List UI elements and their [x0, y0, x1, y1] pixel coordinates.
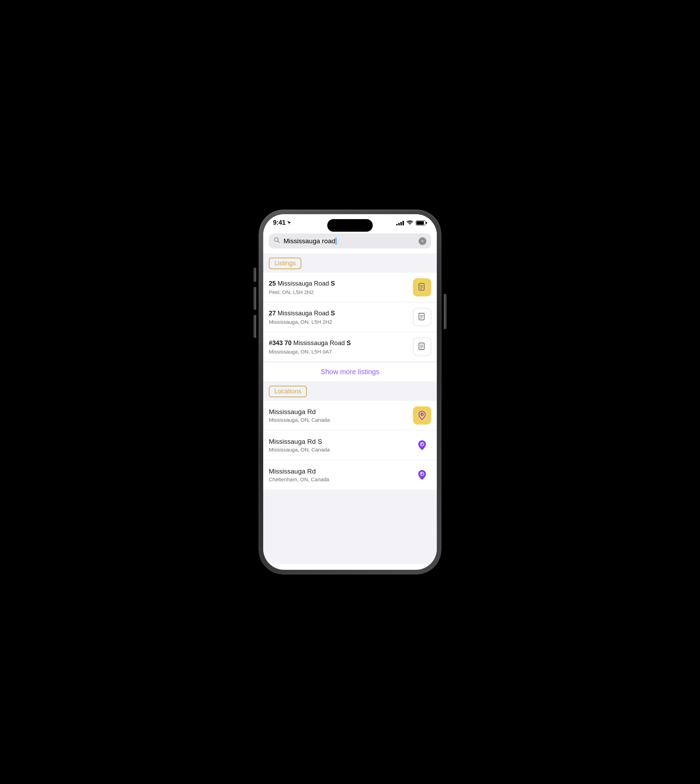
phone-frame: 9:41: [259, 210, 441, 574]
search-query-text: Mississauga road: [283, 237, 335, 245]
volume-down-button[interactable]: [253, 315, 256, 338]
location-item[interactable]: Mississauga Rd Cheltenham, ON, Canada: [263, 460, 437, 490]
document-icon: [418, 342, 427, 351]
listing-subtitle: Mississauga, ON, L5H 0A7: [269, 349, 409, 355]
listing-title: 25 Mississauga Road S: [269, 280, 409, 288]
cursor: [336, 238, 337, 245]
location-pin-icon-gold: [413, 406, 431, 425]
svg-point-19: [421, 473, 422, 474]
mute-button[interactable]: [253, 268, 256, 282]
listings-section: 25 Mississauga Road S Peel, ON, L5H 2H2: [263, 273, 437, 382]
listing-street: Mississauga Road: [276, 280, 331, 287]
location-item[interactable]: Mississauga Rd S Mississauga, ON, Canada: [263, 430, 437, 460]
listings-section-header: Listings: [263, 254, 437, 273]
show-more-text: Show more listings: [321, 368, 379, 375]
battery-icon: [416, 220, 427, 225]
listing-suffix: S: [331, 310, 335, 317]
dynamic-island: [327, 219, 373, 232]
location-pin-icon-purple2: [413, 466, 431, 484]
listing-suffix: S: [331, 280, 335, 287]
locations-section: Mississauga Rd Mississauga, ON, Canada: [263, 401, 437, 490]
document-icon: [418, 312, 427, 322]
location-subtitle: Cheltenham, ON, Canada: [269, 476, 409, 482]
svg-point-15: [422, 414, 422, 415]
location-arrow-icon: [287, 220, 291, 225]
listing-item[interactable]: 25 Mississauga Road S Peel, ON, L5H 2H2: [263, 273, 437, 302]
listings-badge: Listings: [269, 258, 302, 269]
map-pin-icon: [417, 440, 427, 451]
svg-point-17: [421, 443, 422, 444]
location-text: Mississauga Rd Mississauga, ON, Canada: [269, 408, 409, 423]
clear-icon: ×: [421, 239, 424, 244]
locations-section-header: Locations: [263, 382, 437, 401]
listing-text: 27 Mississauga Road S Mississauga, ON, L…: [269, 309, 409, 324]
listing-text: 25 Mississauga Road S Peel, ON, L5H 2H2: [269, 280, 409, 295]
search-bar[interactable]: Mississauga road ×: [269, 234, 431, 249]
listing-subtitle: Peel, ON, L5H 2H2: [269, 289, 409, 295]
listing-item[interactable]: 27 Mississauga Road S Mississauga, ON, L…: [263, 302, 437, 332]
time-display: 9:41: [273, 219, 286, 227]
power-button[interactable]: [444, 294, 447, 329]
location-item[interactable]: Mississauga Rd Mississauga, ON, Canada: [263, 401, 437, 430]
search-icon: [274, 237, 280, 245]
search-clear-button[interactable]: ×: [418, 237, 426, 245]
listing-subtitle: Mississauga, ON, L5H 2H2: [269, 319, 409, 325]
listing-number: 25: [269, 280, 276, 287]
location-subtitle: Mississauga, ON, Canada: [269, 447, 409, 452]
listing-item[interactable]: #343 70 Mississauga Road S Mississauga, …: [263, 332, 437, 362]
wifi-icon: [407, 220, 413, 225]
show-more-listings[interactable]: Show more listings: [263, 362, 437, 382]
listing-doc-icon-gray: [413, 338, 431, 356]
listing-street: Mississauga Road: [276, 310, 331, 317]
signal-icon: [396, 220, 404, 225]
listing-suffix: S: [347, 340, 351, 347]
search-input[interactable]: Mississauga road: [283, 237, 415, 245]
location-pin-icon-purple: [413, 436, 431, 454]
location-title: Mississauga Rd S: [269, 438, 409, 445]
listing-title: 27 Mississauga Road S: [269, 309, 409, 317]
status-icons: [396, 220, 427, 225]
map-pin-icon: [417, 469, 427, 480]
status-time: 9:41: [273, 219, 291, 227]
listing-doc-icon-gray: [413, 308, 431, 326]
listing-number: 27: [269, 310, 276, 317]
volume-up-button[interactable]: [253, 287, 256, 310]
listing-doc-icon-gold: [413, 278, 431, 297]
svg-line-1: [278, 241, 280, 243]
location-text: Mississauga Rd S Mississauga, ON, Canada: [269, 438, 409, 452]
location-title: Mississauga Rd: [269, 468, 409, 475]
listing-number: #343 70: [269, 340, 292, 347]
locations-badge: Locations: [269, 386, 307, 397]
search-container: Mississauga road ×: [263, 229, 437, 254]
map-pin-icon: [418, 410, 427, 420]
listing-text: #343 70 Mississauga Road S Mississauga, …: [269, 339, 409, 354]
location-title: Mississauga Rd: [269, 408, 409, 416]
phone-screen: 9:41: [263, 214, 437, 570]
listing-title: #343 70 Mississauga Road S: [269, 339, 409, 347]
location-subtitle: Mississauga, ON, Canada: [269, 417, 409, 423]
location-text: Mississauga Rd Cheltenham, ON, Canada: [269, 468, 409, 482]
listing-street: Mississauga Road: [292, 340, 347, 347]
screen-content: Mississauga road × Listings 25 Missis: [263, 229, 437, 564]
document-icon: [418, 283, 427, 292]
